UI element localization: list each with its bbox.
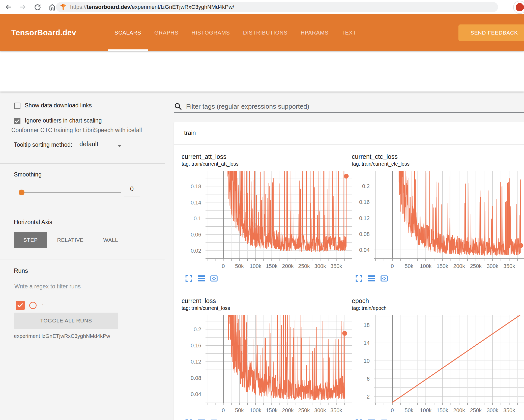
tab-histograms[interactable]: HISTOGRAMS — [185, 14, 237, 51]
svg-text:0.18: 0.18 — [191, 184, 201, 190]
svg-text:200k: 200k — [453, 263, 465, 269]
home-button[interactable] — [48, 3, 56, 11]
svg-text:6: 6 — [367, 376, 370, 382]
chart-epoch: epoch tag: train/epoch 18141062050k100k1… — [352, 297, 524, 420]
svg-text:150k: 150k — [266, 263, 278, 269]
svg-text:2: 2 — [367, 394, 370, 400]
svg-text:0.12: 0.12 — [191, 359, 201, 365]
chart-tag: tag: train/current_att_loss — [182, 160, 352, 167]
experiment-title-bar: Conformer CTC training for LibriSpeech w… — [0, 51, 524, 92]
svg-text:50k: 50k — [235, 407, 244, 413]
app-header: TensorBoard.dev SCALARS GRAPHS HISTOGRAM… — [0, 14, 524, 51]
svg-text:0.04: 0.04 — [359, 247, 370, 253]
svg-text:50k: 50k — [405, 263, 414, 269]
browser-chrome: https://tensorboard.dev/experiment/lzGnE… — [0, 0, 524, 14]
svg-text:250k: 250k — [298, 263, 310, 269]
svg-text:10: 10 — [364, 358, 370, 364]
chart-toolbar — [355, 274, 524, 283]
fullscreen-icon[interactable] — [355, 274, 363, 283]
axis-relative-button[interactable]: RELATIVE — [54, 232, 87, 248]
svg-text:0: 0 — [222, 407, 225, 413]
fullscreen-icon[interactable] — [185, 274, 193, 283]
tab-text[interactable]: TEXT — [335, 14, 363, 51]
settings-sidebar: Show data download links Ignore outliers… — [0, 92, 166, 420]
svg-text:100k: 100k — [420, 263, 432, 269]
log-scale-icon[interactable] — [367, 274, 376, 283]
run-checkbox[interactable] — [16, 301, 25, 310]
chart-tag: tag: train/current_ctc_loss — [352, 160, 524, 167]
svg-text:0.12: 0.12 — [359, 215, 370, 221]
divider — [0, 259, 165, 259]
svg-text:0.2: 0.2 — [362, 183, 370, 189]
experiment-id-note: experiment lzGnETjwRxC3yghNMd4kPw — [14, 333, 110, 339]
fullscreen-icon[interactable] — [355, 418, 363, 420]
show-download-links-label: Show data download links — [25, 102, 92, 109]
svg-text:0: 0 — [391, 263, 394, 269]
chart-plot[interactable]: 0.180.140.10.060.02050k100k150k200k250k3… — [182, 171, 352, 270]
svg-text:0.16: 0.16 — [191, 343, 201, 349]
send-feedback-button[interactable]: SEND FEEDBACK — [458, 24, 524, 41]
svg-text:250k: 250k — [470, 407, 482, 413]
runs-regex-input[interactable] — [14, 281, 118, 292]
run-color-swatch[interactable] — [29, 302, 37, 309]
runs-label: Runs — [14, 267, 28, 274]
forward-button[interactable] — [19, 3, 27, 11]
toggle-all-runs-button[interactable]: TOGGLE ALL RUNS — [14, 313, 118, 329]
svg-text:350k: 350k — [330, 263, 342, 269]
svg-text:350k: 350k — [503, 263, 515, 269]
axis-wall-button[interactable]: WALL — [94, 232, 127, 248]
tab-distributions[interactable]: DISTRIBUTIONS — [237, 14, 294, 51]
svg-text:250k: 250k — [470, 263, 482, 269]
tab-scalars[interactable]: SCALARS — [108, 14, 148, 51]
chart-tag: tag: train/epoch — [352, 305, 524, 312]
fit-domain-icon[interactable] — [210, 418, 218, 420]
svg-text:0.04: 0.04 — [191, 391, 201, 397]
search-icon — [174, 102, 182, 110]
chart-toolbar — [355, 418, 524, 420]
run-name: . — [42, 300, 44, 307]
smoothing-value-input[interactable]: 0 — [124, 185, 140, 196]
log-scale-icon[interactable] — [367, 418, 376, 420]
ignore-outliers-checkbox[interactable] — [14, 118, 20, 124]
back-button[interactable] — [4, 3, 13, 11]
svg-text:0.06: 0.06 — [191, 232, 201, 238]
divider — [0, 211, 165, 211]
svg-text:18: 18 — [364, 322, 370, 328]
fullscreen-icon[interactable] — [185, 418, 193, 420]
reload-button[interactable] — [33, 3, 42, 11]
browser-profile-button[interactable] — [513, 1, 524, 14]
reload-icon — [34, 3, 41, 11]
fit-domain-icon[interactable] — [210, 274, 218, 283]
svg-text:0.08: 0.08 — [359, 231, 370, 237]
tab-hparams[interactable]: HPARAMS — [294, 14, 335, 51]
tab-graphs[interactable]: GRAPHS — [148, 14, 185, 51]
tooltip-sorting-select[interactable]: default — [79, 140, 123, 151]
svg-text:150k: 150k — [436, 407, 448, 413]
svg-text:350k: 350k — [330, 407, 342, 413]
log-scale-icon[interactable] — [197, 274, 206, 283]
fit-domain-icon[interactable] — [380, 418, 388, 420]
chart-plot[interactable]: 0.20.160.120.080.04050k100k150k200k250k3… — [182, 315, 352, 414]
tag-filter-input[interactable] — [186, 102, 524, 111]
show-download-links-checkbox[interactable] — [14, 103, 20, 109]
red-octagon-icon — [516, 3, 524, 11]
address-bar[interactable]: https://tensorboard.dev/experiment/lzGnE… — [56, 2, 498, 12]
log-scale-icon[interactable] — [197, 418, 206, 420]
tab-bar: SCALARS GRAPHS HISTOGRAMS DISTRIBUTIONS … — [108, 14, 363, 51]
svg-text:0.02: 0.02 — [191, 248, 201, 254]
forward-icon — [19, 3, 27, 11]
chart-plot[interactable]: 0.20.160.120.080.04050k100k150k200k250k3… — [352, 171, 524, 270]
chart-title: current_att_loss — [182, 153, 352, 160]
smoothing-label: Smoothing — [14, 171, 42, 178]
svg-text:150k: 150k — [436, 263, 448, 269]
divider — [174, 144, 524, 145]
chart-plot[interactable]: 18141062050k100k150k200k250k300k350k — [352, 315, 524, 414]
tag-filter-row — [174, 100, 524, 113]
svg-text:300k: 300k — [487, 407, 499, 413]
smoothing-slider-track[interactable] — [21, 192, 121, 193]
svg-text:100k: 100k — [420, 407, 432, 413]
axis-step-button[interactable]: STEP — [14, 232, 47, 248]
smoothing-slider-thumb[interactable] — [19, 190, 24, 195]
horizontal-axis-label: Horizontal Axis — [14, 219, 52, 226]
fit-domain-icon[interactable] — [380, 274, 388, 283]
